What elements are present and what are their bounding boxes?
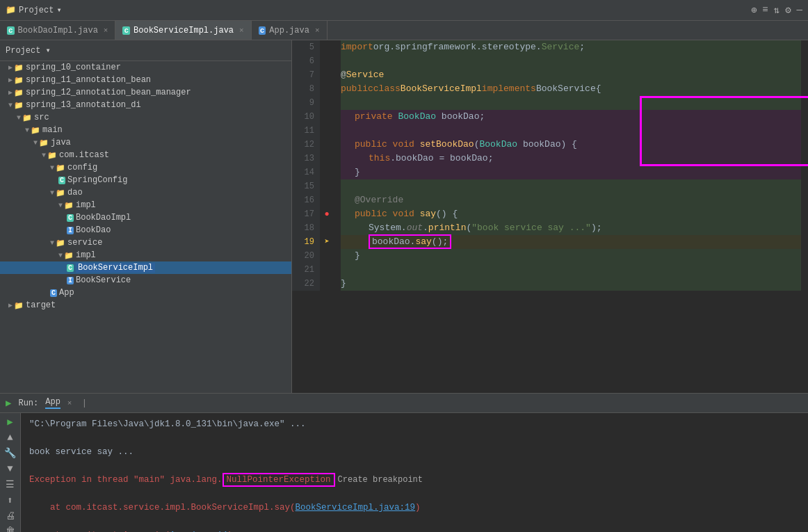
code-line-7: @Service [341,68,801,82]
sidebar-item-impl-dao[interactable]: ▼ 📁 impl [0,199,291,211]
sidebar-item-impl-service[interactable]: ▼ 📁 impl [0,249,291,261]
sidebar-item-bookservice[interactable]: I BookService [0,274,291,287]
code-line-18: System.out.println("book service say ...… [341,221,801,235]
sidebar-item-spring12[interactable]: ▶ 📁 spring_12_annotation_bean_manager [0,86,291,99]
folder-icon: 📁 [31,126,40,135]
gutter: ● ➤ [320,40,334,291]
project-sidebar: Project ▾ ▶ 📁 spring_10_container ▶ 📁 sp… [0,40,292,393]
folder-icon: 📁 [14,63,24,72]
sidebar-item-app[interactable]: C App [0,287,291,299]
tree-arrow-expanded: ▼ [33,139,38,147]
file-c-icon: C [67,214,74,222]
run-print-icon[interactable]: 🖨 [6,510,15,522]
locate-icon[interactable]: ⊕ [751,4,757,16]
sidebar-item-service[interactable]: ▼ 📁 service [0,236,291,249]
run-close-icon[interactable]: × [67,399,72,408]
folder-icon: 📁 [6,5,16,15]
sidebar-item-src[interactable]: ▼ 📁 src [0,111,291,124]
minimize-icon[interactable]: — [797,4,802,16]
folder-icon: 📁 [22,113,32,122]
file-icon-app: c [259,26,266,35]
tree-arrow-expanded: ▼ [50,164,54,172]
run-content: ▶ ▲ 🔧 ▼ ☰ ⬆ 🖨 🗑 "C:\Program Files\Java\j… [0,413,808,532]
sidebar-item-java[interactable]: ▼ 📁 java [0,136,291,149]
sidebar-item-spring10[interactable]: ▶ 📁 spring_10_container [0,61,291,74]
sidebar-item-main[interactable]: ▼ 📁 main [0,124,291,136]
code-line-17: public void say() { [341,207,801,221]
run-wrench-icon[interactable]: 🔧 [4,447,16,459]
tree-arrow-expanded: ▼ [58,202,63,209]
sidebar-item-target[interactable]: ▶ 📁 target [0,299,291,312]
sidebar-item-spring11[interactable]: ▶ 📁 spring_11_annotation_bean [0,74,291,86]
code-line-16: @Override [341,193,801,207]
run-up-icon[interactable]: ▲ [7,432,13,443]
tab-bookdaoimpl[interactable]: c BookDaoImpl.java × [0,21,115,40]
run-trash-icon[interactable]: 🗑 [6,526,15,532]
sidebar-item-spring13[interactable]: ▼ 📁 spring_13_annotation_di [0,99,291,111]
folder-icon: 📁 [64,201,74,210]
folder-icon: 📁 [14,88,24,97]
run-up2-icon[interactable]: ⬆ [7,494,13,506]
file-i-icon: I [67,227,74,234]
stacktrace-link-1[interactable]: BookServiceImpl.java:19 [296,503,416,513]
tree-arrow-expanded: ▼ [42,152,46,159]
close-tab-icon[interactable]: × [104,26,108,35]
tree-arrow-expanded: ▼ [58,252,63,259]
output-stacktrace1: at com.itcast.service.impl.BookServiceIm… [29,501,800,515]
main-layout: Project ▾ ▶ 📁 spring_10_container ▶ 📁 sp… [0,40,808,393]
tree-arrow-expanded: ▼ [50,239,54,247]
run-output: "C:\Program Files\Java\jdk1.8.0_131\bin\… [21,413,808,532]
code-line-15 [341,179,801,193]
tree-arrow-expanded: ▼ [8,102,13,109]
line-numbers: 5 6 7 8 9 10 11 12 13 14 15 16 17 18 19 … [292,40,320,291]
sidebar-item-bookdaoimpl[interactable]: C BookDaoImpl [0,211,291,224]
folder-icon: 📁 [47,151,57,160]
settings-icon[interactable]: ⚙ [785,4,791,16]
tab-app[interactable]: c App.java × [252,21,328,40]
sidebar-item-config[interactable]: ▼ 📁 config [0,161,291,174]
folder-icon: 📁 [14,76,24,85]
code-line-9 [341,96,801,110]
output-normal-line: book service say ... [29,445,800,459]
tab-bookserviceimpl[interactable]: c BookServiceImpl.java × [115,21,251,40]
toolbar-icons: ⊕ ≡ ⇅ ⚙ — [751,4,802,16]
code-line-21 [341,263,801,277]
code-content: 5 6 7 8 9 10 11 12 13 14 15 16 17 18 19 … [292,40,808,291]
code-line-11 [341,124,801,138]
close-tab-active-icon[interactable]: × [239,26,244,35]
folder-icon: 📁 [64,251,74,260]
code-lines: import org.springframework.stereotype.Se… [334,40,808,291]
code-line-12: public void setBookDao(BookDao bookDao) … [341,138,801,152]
collapse-icon[interactable]: ⇅ [774,4,779,16]
folder-icon: 📁 [56,188,65,198]
tree-arrow-expanded: ▼ [50,189,54,197]
sidebar-item-springconfig[interactable]: C SpringConfig [0,174,291,186]
close-tab-app-icon[interactable]: × [315,26,320,35]
create-breakpoint-label[interactable]: Create breakpoint [338,475,423,485]
file-c-icon: C [58,177,65,184]
run-list-icon[interactable]: ☰ [6,478,15,490]
file-i-icon: I [67,277,74,284]
code-line-8: public class BookServiceImpl implements … [341,82,801,96]
project-label[interactable]: 📁 Project ▾ [6,5,62,15]
output-exception-line: Exception in thread "main" java.lang.Nul… [29,473,800,487]
null-pointer-exception[interactable]: NullPointerException [223,473,335,487]
run-app-tab[interactable]: App [45,397,60,409]
sort-icon[interactable]: ≡ [762,4,768,16]
run-play-icon[interactable]: ▶ [7,416,13,428]
sidebar-item-bookserviceimpl[interactable]: C BookServiceImpl [0,261,291,274]
tree-arrow: ▶ [8,88,13,97]
sidebar-item-comitcast[interactable]: ▼ 📁 com.itcast [0,149,291,161]
run-tab-label[interactable]: Run: [18,398,38,408]
code-line-5: import org.springframework.stereotype.Se… [341,40,801,54]
sidebar-item-dao[interactable]: ▼ 📁 dao [0,186,291,199]
run-down-icon[interactable]: ▼ [7,463,13,474]
tab-label: BookDaoImpl.java [18,26,98,35]
tree-arrow: ▶ [8,76,13,84]
folder-icon: 📁 [56,239,65,248]
file-icon-c2: c [122,26,130,35]
run-sidebar: ▶ ▲ 🔧 ▼ ☰ ⬆ 🖨 🗑 [0,413,21,532]
code-editor[interactable]: 5 6 7 8 9 10 11 12 13 14 15 16 17 18 19 … [292,40,808,393]
tree-arrow-expanded: ▼ [17,114,21,122]
sidebar-item-bookdao[interactable]: I BookDao [0,224,291,236]
